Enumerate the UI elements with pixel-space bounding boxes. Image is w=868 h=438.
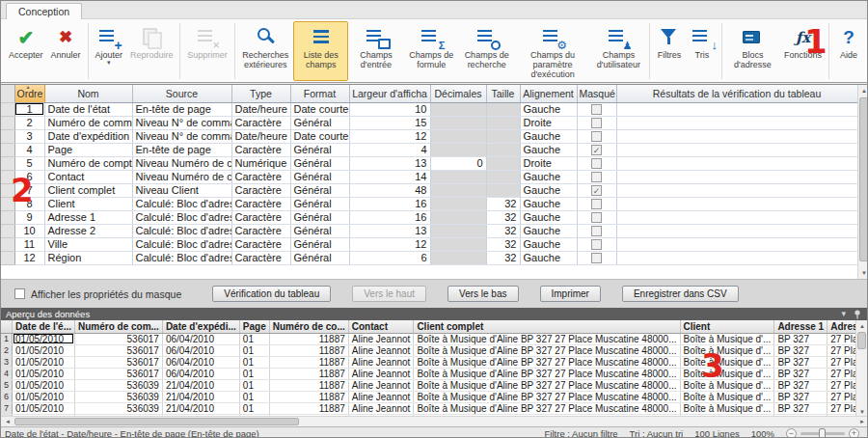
cell-nom[interactable]: Date d'expédition — [44, 129, 132, 143]
action-button-enregistrer-dans-csv[interactable]: Enregistrer dans CSV — [622, 286, 739, 302]
cell-resultats-verification[interactable] — [616, 129, 857, 143]
preview-cell[interactable]: Aline Jeannot — [348, 391, 414, 402]
preview-cell[interactable]: BP 327 — [774, 379, 827, 391]
cell-ordre[interactable]: 4 — [14, 143, 44, 156]
preview-column-header-date-d-expedi[interactable]: Date d'expédi... — [162, 320, 239, 333]
action-button-verification-du-tableau[interactable]: Vérification du tableau — [212, 286, 331, 302]
preview-cell[interactable]: 11887 — [269, 333, 348, 344]
masque-checkbox[interactable] — [591, 199, 602, 209]
preview-cell[interactable]: 536017 — [74, 333, 162, 344]
cell-nom[interactable]: Adresse 1 — [44, 210, 132, 224]
cell-type[interactable]: Numérique — [231, 156, 290, 170]
column-header-masque[interactable]: Masqué — [577, 85, 616, 102]
cell-resultats-verification[interactable] — [616, 116, 857, 129]
preview-cell[interactable]: 01 — [239, 379, 269, 391]
cell-format[interactable]: Général — [290, 224, 349, 237]
cell-type[interactable]: Caractère — [231, 170, 290, 183]
preview-cell[interactable]: 11887 — [269, 356, 348, 368]
preview-cell[interactable]: Boîte à Musique d'... — [680, 379, 774, 391]
field-grid-vertical-scrollbar[interactable]: ▲ ▼ — [857, 85, 868, 279]
cell-source[interactable]: Calculé: Bloc d'adresse — [132, 237, 231, 251]
cell-nom[interactable]: Ville — [44, 237, 132, 251]
cell-alignement[interactable]: Gauche — [520, 224, 577, 237]
cell-taille[interactable] — [486, 129, 520, 143]
cell-masque[interactable] — [577, 116, 616, 129]
action-button-vers-le-bas[interactable]: Vers le bas — [448, 286, 518, 302]
cell-taille[interactable] — [486, 102, 520, 116]
cell-format[interactable]: Général — [290, 156, 349, 170]
cell-nom[interactable]: Numéro de compte — [44, 156, 132, 170]
cell-format[interactable]: Date courte — [290, 102, 349, 116]
cell-resultats-verification[interactable] — [616, 210, 857, 224]
cell-decimales[interactable]: 0 — [430, 156, 486, 170]
preview-cell[interactable]: 11887 — [269, 391, 348, 402]
cell-nom[interactable]: Client — [44, 197, 132, 210]
masque-checkbox-checked[interactable]: ✓ — [591, 185, 602, 196]
cell-format[interactable]: Date courte — [290, 129, 349, 143]
column-header-source[interactable]: Source — [132, 85, 231, 102]
cell-nom[interactable]: Client complet — [44, 183, 132, 197]
cell-resultats-verification[interactable] — [616, 237, 857, 251]
cell-largeur-d-afficha[interactable]: 10 — [349, 102, 430, 116]
cell-decimales[interactable] — [430, 224, 486, 237]
preview-cell[interactable]: Boîte à Musique d'Aline BP 327 27 Place … — [414, 402, 680, 414]
cell-resultats-verification[interactable] — [616, 102, 857, 116]
scrollbar-thumb[interactable] — [859, 97, 868, 261]
preview-cell[interactable]: 01/05/2010 — [13, 379, 75, 391]
preview-cell[interactable]: BP 327 — [774, 356, 827, 368]
toolbar-button-ajouter[interactable]: Ajouter▾ — [91, 21, 126, 81]
preview-cell[interactable]: 27 Place Musc... — [827, 333, 855, 344]
preview-cell[interactable]: Boîte à Musique d'Aline BP 327 27 Place … — [414, 368, 680, 379]
toolbar-button-champs-du-parametre-d-execution[interactable]: Champs du paramètre d'exécution — [514, 21, 590, 81]
cell-nom[interactable]: Numéro de commande — [44, 116, 132, 129]
preview-cell[interactable]: 01/05/2010 — [13, 356, 75, 368]
toolbar-button-champs-de-recherche[interactable]: Champs de recherche — [459, 21, 514, 81]
scroll-up-icon[interactable]: ▲ — [858, 86, 868, 96]
cell-ordre[interactable]: 11 — [14, 237, 44, 251]
action-button-imprimer[interactable]: Imprimer — [540, 286, 601, 302]
cell-type[interactable]: Caractère — [231, 143, 290, 156]
cell-source[interactable]: Calculé: Bloc d'adresse — [132, 197, 231, 210]
cell-decimales[interactable] — [430, 210, 486, 224]
cell-largeur-d-afficha[interactable]: 6 — [349, 251, 430, 264]
preview-cell[interactable]: 01 — [239, 402, 269, 414]
cell-ordre[interactable]: 2 — [14, 116, 44, 129]
preview-cell[interactable]: Boîte à Musique d'... — [680, 333, 774, 344]
preview-cell[interactable]: 06/04/2010 — [162, 333, 239, 344]
preview-cell[interactable]: Boîte à Musique d'Aline BP 327 27 Place … — [414, 356, 680, 368]
cell-ordre[interactable]: 12 — [14, 251, 44, 264]
row-indicator[interactable]: 4 — [1, 368, 13, 379]
row-indicator[interactable]: 3 — [1, 356, 13, 368]
scrollbar-thumb[interactable] — [14, 418, 299, 425]
preview-cell[interactable]: 536039 — [74, 402, 162, 414]
cell-nom[interactable]: Adresse 2 — [44, 224, 132, 237]
cell-decimales[interactable] — [430, 143, 486, 156]
cell-source[interactable]: Calculé: Bloc d'adresse — [132, 251, 231, 264]
preview-column-header-numero-de-co[interactable]: Numéro de co... — [269, 320, 348, 333]
preview-cell[interactable]: 01/05/2010 — [13, 368, 75, 379]
cell-taille[interactable]: 32 — [486, 224, 520, 237]
cell-largeur-d-afficha[interactable]: 13 — [349, 224, 430, 237]
column-header-resultats-de-la-verification-du-tableau[interactable]: Résultats de la vérification du tableau — [616, 85, 857, 102]
cell-masque[interactable] — [577, 251, 616, 264]
cell-masque[interactable]: ✓ — [577, 183, 616, 197]
row-indicator[interactable]: 7 — [1, 402, 13, 414]
cell-source[interactable]: Calculé: Bloc d'adresse — [132, 210, 231, 224]
preview-cell[interactable]: Aline Jeannot — [348, 356, 414, 368]
preview-cell[interactable]: 536017 — [74, 368, 162, 379]
preview-cell[interactable]: Aline Jeannot — [348, 402, 414, 414]
preview-cell[interactable]: 06/04/2010 — [162, 368, 239, 379]
cell-taille[interactable] — [486, 170, 520, 183]
zoom-slider-thumb[interactable] — [819, 428, 826, 438]
cell-format[interactable]: Général — [290, 251, 349, 264]
preview-cell[interactable]: 27 Place Musc... — [827, 344, 855, 356]
cell-resultats-verification[interactable] — [616, 251, 857, 264]
preview-cell[interactable]: 27 Place Musc... — [827, 368, 855, 379]
cell-largeur-d-afficha[interactable]: 12 — [349, 237, 430, 251]
masque-checkbox[interactable] — [591, 158, 602, 169]
cell-ordre[interactable]: 5 — [14, 156, 44, 170]
masque-checkbox-checked[interactable]: ✓ — [591, 145, 602, 155]
toolbar-button-aide[interactable]: Aide — [832, 21, 865, 81]
cell-format[interactable]: Général — [290, 183, 349, 197]
preview-column-header-page[interactable]: Page — [239, 320, 269, 333]
